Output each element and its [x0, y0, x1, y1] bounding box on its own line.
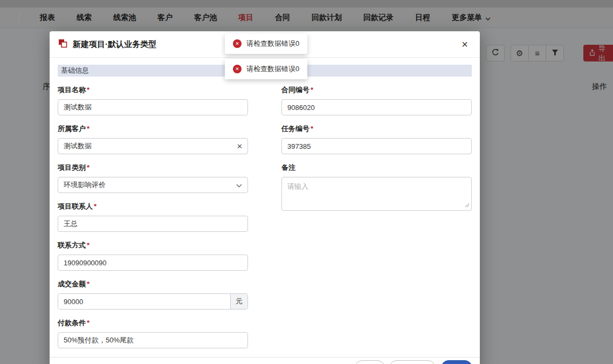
project-name-label: 项目名称*	[58, 85, 248, 94]
remark-textarea[interactable]	[281, 177, 472, 211]
field-payment-terms: 付款条件*	[58, 318, 248, 348]
chevron-down-icon	[236, 181, 242, 189]
label-text: 项目联系人	[58, 202, 93, 210]
label-text: 付款条件	[58, 319, 86, 327]
deal-amount-group: 元	[58, 293, 248, 310]
modal-footer-divider	[50, 357, 480, 358]
field-contact-phone: 联系方式*	[58, 241, 248, 271]
contract-no-label: 合同编号*	[281, 85, 472, 94]
task-no-input[interactable]	[281, 138, 472, 154]
field-task-no: 任务编号*	[281, 124, 472, 154]
label-text: 备注	[281, 163, 295, 171]
customer-input[interactable]	[58, 138, 248, 154]
required-asterisk: *	[94, 202, 97, 210]
label-text: 联系方式	[58, 241, 86, 249]
selected-value: 环境影响评价	[64, 180, 106, 190]
modal-title: 新建项目·默认业务类型	[73, 39, 156, 50]
remark-label: 备注	[281, 163, 472, 172]
footer-primary-button[interactable]	[441, 360, 472, 364]
field-remark: 备注	[281, 163, 472, 213]
toast-message: 请检查数据错误0	[246, 39, 299, 49]
required-asterisk: *	[311, 125, 313, 133]
required-asterisk: *	[87, 319, 89, 327]
label-text: 成交金额	[58, 280, 86, 288]
payment-terms-label: 付款条件*	[58, 318, 248, 327]
customer-input-wrap: ✕	[58, 138, 248, 154]
footer-secondary-button[interactable]	[389, 360, 436, 364]
payment-terms-input[interactable]	[58, 332, 248, 348]
form-right-column: 合同编号* 任务编号* 备注	[281, 85, 472, 357]
project-category-label: 项目类别*	[58, 163, 248, 172]
required-asterisk: *	[87, 280, 89, 288]
project-name-input[interactable]	[58, 99, 248, 115]
clear-x-icon[interactable]: ✕	[237, 143, 243, 150]
required-asterisk: *	[87, 125, 89, 133]
project-category-select[interactable]: 环境影响评价	[58, 177, 248, 193]
field-contact-person: 项目联系人*	[58, 202, 248, 232]
toast-stack: ✕ 请检查数据错误0 ✕ 请检查数据错误0	[225, 33, 307, 79]
field-customer: 所属客户* ✕	[58, 124, 248, 154]
required-asterisk: *	[87, 86, 89, 94]
contract-no-input[interactable]	[281, 99, 472, 115]
toast-message: 请检查数据错误0	[246, 64, 299, 74]
contact-phone-label: 联系方式*	[58, 241, 248, 250]
error-circle-x-icon: ✕	[233, 39, 242, 48]
contact-person-label: 项目联系人*	[58, 202, 248, 211]
remark-textarea-wrap	[281, 177, 472, 213]
currency-unit-addon: 元	[230, 294, 247, 309]
label-text: 项目类别	[58, 163, 86, 171]
modal-form: 项目名称* 所属客户* ✕ 项目类别* 环境影响评价	[50, 77, 480, 357]
label-text: 合同编号	[281, 86, 309, 94]
deal-amount-label: 成交金额*	[58, 279, 248, 289]
form-left-column: 项目名称* 所属客户* ✕ 项目类别* 环境影响评价	[58, 85, 248, 357]
error-toast: ✕ 请检查数据错误0	[225, 59, 307, 79]
contact-person-input[interactable]	[58, 216, 248, 232]
label-text: 任务编号	[281, 125, 309, 133]
close-icon[interactable]: ×	[458, 38, 471, 51]
footer-cancel-button[interactable]	[355, 360, 385, 364]
label-text: 项目名称	[58, 86, 86, 94]
field-project-name: 项目名称*	[58, 85, 248, 115]
customer-label: 所属客户*	[58, 124, 248, 133]
stacked-squares-icon	[58, 39, 67, 50]
error-circle-x-icon: ✕	[233, 65, 242, 73]
field-contract-no: 合同编号*	[281, 85, 472, 115]
required-asterisk: *	[87, 163, 89, 171]
deal-amount-input[interactable]	[58, 294, 230, 309]
contact-phone-input[interactable]	[58, 255, 248, 271]
required-asterisk: *	[311, 86, 313, 94]
new-project-modal: 新建项目·默认业务类型 × 基础信息 项目名称* 所属客户* ✕	[50, 31, 480, 364]
field-deal-amount: 成交金额* 元	[58, 279, 248, 310]
task-no-label: 任务编号*	[281, 124, 472, 133]
label-text: 所属客户	[58, 125, 86, 133]
field-project-category: 项目类别* 环境影响评价	[58, 163, 248, 193]
required-asterisk: *	[87, 241, 89, 249]
error-toast: ✕ 请检查数据错误0	[225, 33, 307, 54]
